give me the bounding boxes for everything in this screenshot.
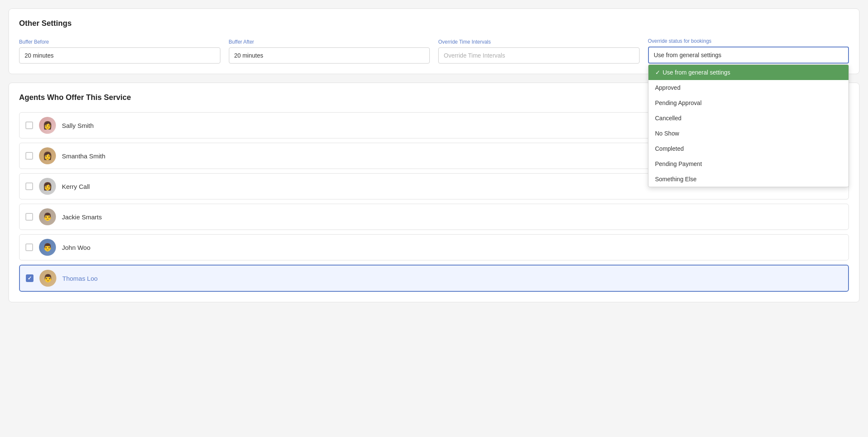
override-status-dropdown: ✓ Use from general settings Approved Pen…: [648, 64, 849, 187]
agent-avatar-sally: 👩: [39, 117, 56, 134]
agent-checkbox-sally[interactable]: [25, 122, 33, 129]
dropdown-item-no-show[interactable]: No Show: [648, 126, 849, 141]
agent-checkbox-thomas[interactable]: [26, 274, 33, 282]
agent-avatar-thomas: 👨: [39, 270, 56, 287]
agent-checkbox-jackie[interactable]: [25, 213, 33, 221]
agent-avatar-john: 👨: [39, 239, 56, 256]
dropdown-item-completed[interactable]: Completed: [648, 141, 849, 156]
agent-name-thomas: Thomas Loo: [62, 275, 97, 282]
agent-row-john[interactable]: 👨 John Woo: [19, 234, 849, 260]
override-time-input[interactable]: [438, 47, 640, 64]
other-settings-title: Other Settings: [19, 19, 849, 28]
override-status-group: Override status for bookings ✓ Use from …: [648, 38, 849, 64]
buffer-before-label: Buffer Before: [19, 39, 220, 45]
override-status-label: Override status for bookings: [648, 38, 849, 44]
buffer-before-group: Buffer Before: [19, 39, 220, 64]
dropdown-item-pending-payment[interactable]: Pending Payment: [648, 156, 849, 171]
agent-name-kerry: Kerry Call: [62, 183, 90, 190]
settings-fields-row: Buffer Before Buffer After Override Time…: [19, 38, 849, 64]
dropdown-item-cancelled[interactable]: Cancelled: [648, 111, 849, 126]
agent-avatar-smantha: 👩: [39, 147, 56, 164]
agent-name-smantha: Smantha Smith: [62, 152, 106, 160]
buffer-before-input[interactable]: [19, 47, 220, 64]
dropdown-item-approved[interactable]: Approved: [648, 80, 849, 95]
other-settings-card: Other Settings Buffer Before Buffer Afte…: [8, 8, 860, 74]
dropdown-item-pending-approval[interactable]: Pending Approval: [648, 95, 849, 111]
dropdown-item-something-else[interactable]: Something Else: [648, 171, 849, 187]
agent-row-jackie[interactable]: 👨 Jackie Smarts: [19, 204, 849, 230]
override-time-group: Override Time Intervals: [438, 39, 640, 64]
agent-avatar-jackie: 👨: [39, 208, 56, 225]
buffer-after-input[interactable]: [229, 47, 430, 64]
agent-name-jackie: Jackie Smarts: [62, 213, 102, 221]
agent-checkbox-kerry[interactable]: [25, 183, 33, 190]
override-status-select-wrapper: ✓ Use from general settings Approved Pen…: [648, 47, 849, 64]
agent-name-sally: Sally Smith: [62, 122, 94, 129]
override-status-input[interactable]: [648, 47, 849, 64]
agent-name-john: John Woo: [62, 244, 90, 251]
dropdown-item-use-from-general[interactable]: ✓ Use from general settings: [648, 65, 849, 80]
checkmark-icon: ✓: [655, 69, 660, 76]
override-time-label: Override Time Intervals: [438, 39, 640, 45]
buffer-after-group: Buffer After: [229, 39, 430, 64]
agent-avatar-kerry: 👩: [39, 178, 56, 195]
buffer-after-label: Buffer After: [229, 39, 430, 45]
agent-row-thomas[interactable]: 👨 Thomas Loo: [19, 265, 849, 292]
agent-checkbox-smantha[interactable]: [25, 152, 33, 160]
agent-checkbox-john[interactable]: [25, 243, 33, 251]
